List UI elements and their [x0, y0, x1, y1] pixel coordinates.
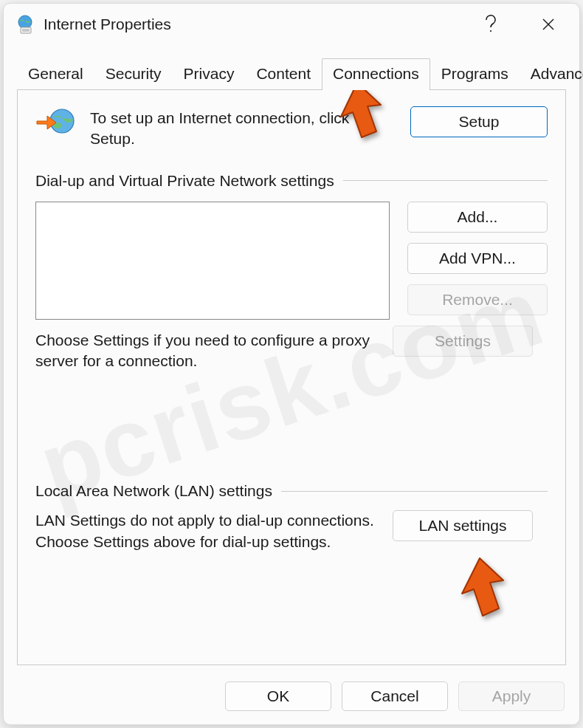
close-button[interactable] [523, 7, 573, 42]
dialup-body: Add... Add VPN... Remove... [35, 202, 548, 320]
tab-privacy[interactable]: Privacy [173, 58, 246, 90]
tab-connections[interactable]: Connections [322, 58, 430, 90]
dialup-button-column: Add... Add VPN... Remove... [407, 202, 548, 320]
tab-programs[interactable]: Programs [430, 58, 520, 90]
dialup-connections-listbox[interactable] [35, 202, 390, 320]
globe-arrow-icon [35, 106, 77, 139]
tab-content[interactable]: Content [245, 58, 322, 90]
dialup-lower-row: Choose Settings if you need to configure… [35, 320, 548, 372]
titlebar: Internet Properties [4, 4, 579, 45]
annotation-arrow-icon [446, 555, 508, 625]
lan-note: LAN Settings do not apply to dial-up con… [35, 510, 375, 552]
dialog-footer: OK Cancel Apply [4, 674, 579, 724]
dialup-settings-button: Settings [393, 326, 533, 357]
lan-settings-button[interactable]: LAN settings [393, 510, 533, 541]
lan-body: LAN Settings do not apply to dial-up con… [35, 510, 548, 552]
divider [343, 180, 548, 181]
cancel-button[interactable]: Cancel [342, 681, 448, 711]
help-button[interactable] [466, 7, 516, 42]
tab-security[interactable]: Security [94, 58, 173, 90]
setup-description: To set up an Internet connection, click … [90, 106, 397, 150]
dialup-header-label: Dial-up and Virtual Private Network sett… [35, 172, 334, 190]
window-title: Internet Properties [44, 16, 171, 33]
tab-advanced[interactable]: Advanced [520, 58, 583, 90]
setup-row: To set up an Internet connection, click … [35, 106, 548, 150]
add-vpn-button[interactable]: Add VPN... [407, 243, 548, 274]
internet-options-icon [14, 13, 36, 35]
divider [281, 491, 548, 492]
setup-button[interactable]: Setup [410, 106, 548, 137]
add-button[interactable]: Add... [407, 202, 548, 233]
dialup-note: Choose Settings if you need to configure… [35, 330, 375, 372]
internet-properties-window: Internet Properties General Security Pri… [3, 3, 580, 725]
remove-button: Remove... [407, 284, 548, 315]
tab-strip: General Security Privacy Content Connect… [4, 45, 579, 89]
ok-button[interactable]: OK [225, 681, 331, 711]
lan-group-header: Local Area Network (LAN) settings [35, 482, 548, 500]
dialup-group-header: Dial-up and Virtual Private Network sett… [35, 172, 548, 190]
apply-button: Apply [458, 681, 565, 711]
lan-header-label: Local Area Network (LAN) settings [35, 482, 272, 500]
svg-rect-1 [21, 27, 31, 33]
tab-general[interactable]: General [17, 58, 94, 90]
connections-panel: pcrisk.com To set up an Internet connect… [17, 89, 566, 665]
svg-point-4 [490, 30, 491, 32]
